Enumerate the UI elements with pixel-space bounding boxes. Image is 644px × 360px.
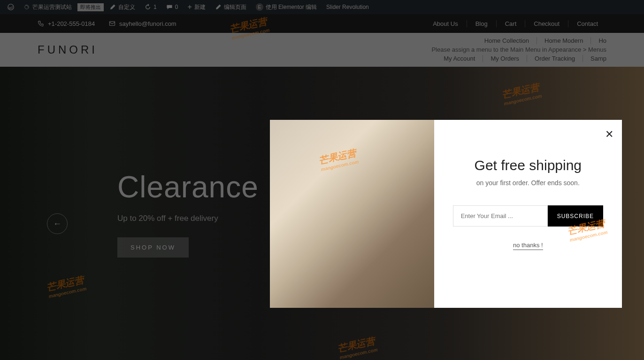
email-input[interactable] [453, 205, 548, 227]
subscribe-button[interactable]: SUBSCRIBE [548, 205, 603, 227]
modal-image [270, 120, 434, 308]
close-icon[interactable]: ✕ [605, 128, 613, 141]
no-thanks-link[interactable]: no thanks ! [513, 242, 543, 250]
modal-title: Get free shipping [453, 157, 603, 173]
newsletter-modal: ✕ Get free shipping on your first order.… [270, 120, 622, 308]
modal-subtitle: on your first order. Offer ends soon. [453, 179, 603, 187]
